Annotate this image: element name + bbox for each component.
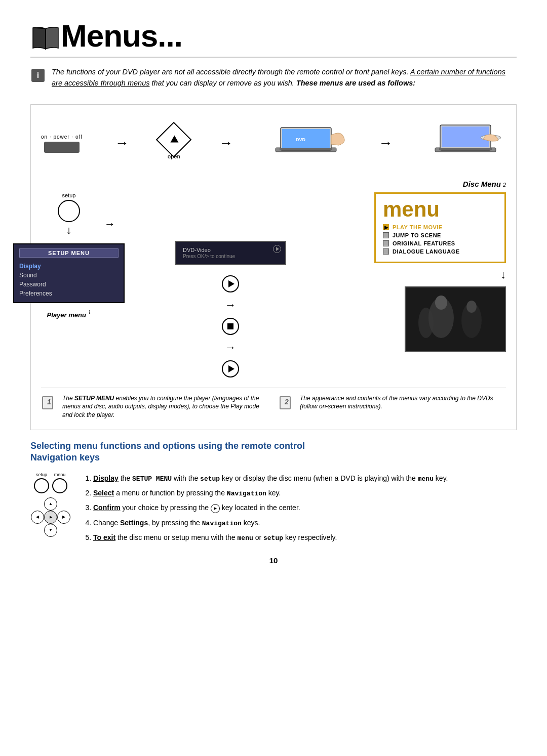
play-icon bbox=[228, 280, 235, 287]
player-menu-title: SETUP MENU bbox=[19, 248, 119, 258]
diagram-section: on · power · off → open → bbox=[30, 104, 517, 430]
steps-list: Display the SETUP MENU with the setup ke… bbox=[83, 472, 517, 544]
svg-text:i: i bbox=[37, 71, 39, 79]
nav-up[interactable]: ▲ bbox=[44, 497, 57, 511]
book-icon bbox=[30, 24, 61, 52]
nav-down[interactable]: ▼ bbox=[44, 524, 57, 537]
info-icon: i bbox=[30, 68, 46, 83]
disc-checkbox-jump bbox=[383, 232, 389, 238]
dvd-screen-icon bbox=[273, 245, 281, 253]
header: Menus... bbox=[30, 20, 517, 58]
selecting-content: setup menu ▲ ◀ ▶ ▶ bbox=[30, 472, 517, 547]
setup-button-area: setup bbox=[58, 192, 80, 222]
nav-left[interactable]: ◀ bbox=[31, 511, 44, 524]
disc-menu-item-dialogue: DIALOGUE LANGUAGE bbox=[383, 248, 497, 255]
svg-point-15 bbox=[435, 296, 447, 310]
right-column: menu PLAY THE MOVIE JUMP TO SCENE bbox=[364, 192, 506, 377]
eject-button[interactable] bbox=[156, 122, 192, 158]
disc-menu-label-area: Disc Menu 2 bbox=[41, 180, 506, 188]
intro-text: The functions of your DVD player are not… bbox=[52, 67, 517, 89]
disc-menu-big-title: menu bbox=[383, 199, 497, 220]
arrow-right-2: → bbox=[219, 135, 233, 151]
top-row: on · power · off → open → bbox=[41, 115, 506, 172]
laptop-disc-illustration bbox=[425, 115, 506, 172]
player-menu-item-sound: Sound bbox=[19, 271, 119, 280]
arrow-right-center: → bbox=[225, 299, 236, 312]
svg-marker-12 bbox=[384, 226, 388, 230]
svg-rect-10 bbox=[439, 148, 492, 150]
setup-key-label: setup bbox=[36, 472, 47, 477]
arrow-down-right: ↓ bbox=[500, 268, 506, 281]
movie-scene bbox=[405, 286, 506, 352]
player-menu-superscript: 1 bbox=[88, 310, 91, 315]
laptop-open-illustration: DVD bbox=[265, 115, 346, 172]
step-1: Display the SETUP MENU with the setup ke… bbox=[93, 472, 517, 485]
intro-section: i The functions of your DVD player are n… bbox=[30, 67, 517, 89]
svg-text:2: 2 bbox=[284, 398, 289, 406]
power-button[interactable] bbox=[44, 142, 80, 153]
step-3: Confirm your choice by pressing the ▶ ke… bbox=[93, 501, 517, 514]
svg-text:DVD: DVD bbox=[296, 137, 306, 142]
play-icon-2 bbox=[228, 365, 235, 372]
arrow-down-1: ↓ bbox=[66, 225, 72, 236]
setup-button[interactable] bbox=[58, 200, 80, 222]
selecting-section: Selecting menu functions and options usi… bbox=[30, 440, 517, 547]
title-container: Menus... bbox=[30, 20, 182, 52]
disc-play-icon bbox=[383, 224, 389, 230]
disc-menu-item-jump: JUMP TO SCENE bbox=[383, 232, 497, 238]
remote-keys-illustration: setup menu ▲ ◀ ▶ ▶ bbox=[30, 472, 71, 537]
svg-point-17 bbox=[466, 301, 477, 313]
player-menu-label-area: Player menu 1 bbox=[47, 310, 91, 319]
arrow-right-center2: → bbox=[225, 341, 236, 354]
svg-text:1: 1 bbox=[47, 398, 51, 406]
note1-text: The SETUP MENU enables you to configure … bbox=[62, 394, 268, 419]
disc-menu-label: Disc Menu bbox=[463, 180, 501, 188]
nav-center[interactable]: ▶ bbox=[44, 511, 57, 524]
player-menu-item-preferences: Preferences bbox=[19, 289, 119, 298]
arrow-right-1: → bbox=[115, 135, 129, 151]
note2-text: The appearance and contents of the menus… bbox=[300, 394, 506, 411]
setup-label: setup bbox=[62, 192, 76, 198]
dvd-screen-text1: DVD-Video bbox=[183, 247, 211, 253]
dvd-screen-text2: Press OK/> to continue bbox=[183, 254, 235, 259]
top-keys-row: setup menu bbox=[34, 472, 67, 493]
left-column: setup ↓ SETUP MENU Display Sound Passwor… bbox=[41, 192, 97, 377]
main-content-area: setup ↓ SETUP MENU Display Sound Passwor… bbox=[41, 192, 506, 377]
nav-cross: ▲ ◀ ▶ ▶ ▼ bbox=[31, 497, 70, 537]
menu-key[interactable] bbox=[52, 478, 67, 493]
page-title: Menus... bbox=[61, 20, 182, 52]
note1-icon: 1 bbox=[41, 394, 57, 410]
play-button[interactable] bbox=[222, 275, 239, 292]
note2-icon: 2 bbox=[279, 394, 295, 410]
player-menu-item-password: Password bbox=[19, 280, 119, 289]
setup-key[interactable] bbox=[34, 478, 49, 493]
svg-rect-4 bbox=[282, 129, 330, 148]
playback-buttons: → → bbox=[222, 275, 239, 377]
disc-checkbox-dialogue bbox=[383, 248, 389, 255]
nav-right[interactable]: ▶ bbox=[57, 511, 70, 524]
step-4: Change Settings, by pressing the Navigat… bbox=[93, 517, 517, 529]
instructions-list: Display the SETUP MENU with the setup ke… bbox=[83, 472, 517, 547]
disc-checkbox-original bbox=[383, 240, 389, 246]
stop-button[interactable] bbox=[222, 318, 239, 335]
eject-icon bbox=[171, 136, 179, 143]
page-number: 10 bbox=[30, 556, 517, 565]
step-2: Select a menu or function by pressing th… bbox=[93, 487, 517, 499]
player-menu-label: Player menu bbox=[47, 311, 86, 318]
play-button-2[interactable] bbox=[222, 360, 239, 377]
power-button-group: on · power · off bbox=[41, 134, 83, 153]
selecting-title: Selecting menu functions and options usi… bbox=[30, 440, 517, 464]
center-column: → DVD-Video Press OK/> to continue bbox=[104, 192, 357, 377]
arrow-right-3: → bbox=[378, 135, 393, 151]
ok-circle-icon[interactable]: ▶ bbox=[211, 504, 220, 513]
disc-menu-screen: menu PLAY THE MOVIE JUMP TO SCENE bbox=[374, 192, 506, 263]
eject-container: open bbox=[161, 127, 186, 159]
diagram-notes: 1 The SETUP MENU enables you to configur… bbox=[41, 388, 506, 419]
arrow-setup-to-dvd: → bbox=[104, 218, 115, 231]
diagram-note-1: 1 The SETUP MENU enables you to configur… bbox=[41, 394, 268, 419]
page: Menus... i The functions of your DVD pla… bbox=[0, 0, 547, 756]
menu-key-label: menu bbox=[54, 472, 66, 477]
svg-point-18 bbox=[418, 308, 434, 338]
dvd-screen: DVD-Video Press OK/> to continue bbox=[175, 241, 286, 265]
full-diagram: on · power · off → open → bbox=[41, 115, 506, 419]
